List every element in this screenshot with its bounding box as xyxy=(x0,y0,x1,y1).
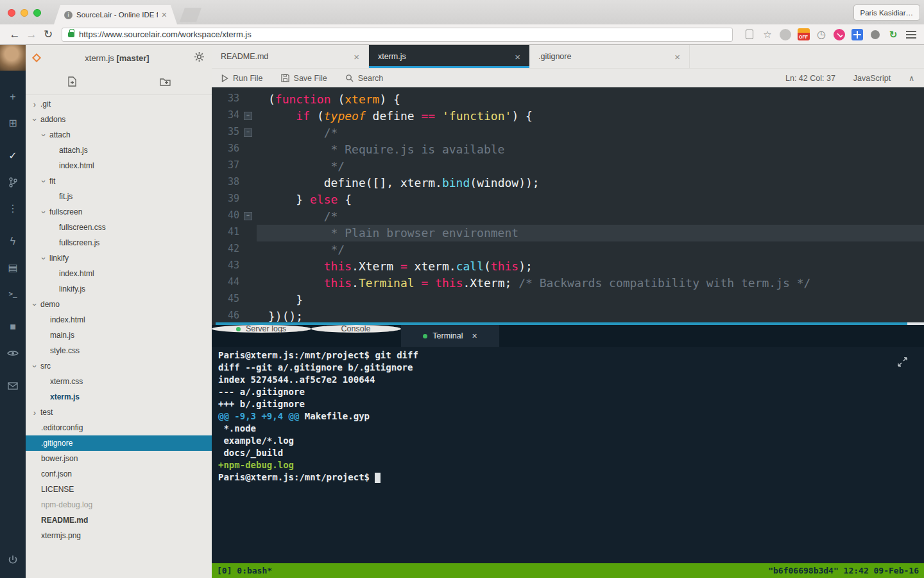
code-line-35[interactable]: if (typeof define == 'function') { xyxy=(257,108,924,125)
tree-file-linkify.js[interactable]: linkify.js xyxy=(26,281,212,297)
tree-file-xterm.js[interactable]: xterm.js xyxy=(26,389,212,405)
new-folder-icon[interactable] xyxy=(160,77,171,89)
forward-button[interactable]: → xyxy=(23,28,40,41)
chevron-down-icon[interactable]: › xyxy=(30,362,40,370)
extension-icon-4[interactable] xyxy=(869,28,882,41)
code-line-46[interactable]: } xyxy=(257,292,924,308)
code-line-41[interactable]: /* xyxy=(257,208,924,225)
profile-button[interactable]: Paris Kasidiar… xyxy=(853,4,920,21)
tree-file-index.html[interactable]: index.html xyxy=(26,312,212,328)
user-avatar[interactable] xyxy=(0,45,26,71)
tree-file-fit.js[interactable]: fit.js xyxy=(26,189,212,204)
code-line-36[interactable]: /* xyxy=(257,125,924,141)
tree-folder-demo[interactable]: ›demo xyxy=(26,297,212,312)
close-icon[interactable]: × xyxy=(354,51,359,62)
chevron-right-icon[interactable]: › xyxy=(31,100,38,109)
window-controls[interactable] xyxy=(8,9,41,17)
code-line-44[interactable]: this.Xterm = xterm.call(this); xyxy=(257,258,924,275)
close-icon[interactable]: × xyxy=(515,51,520,62)
extension-icon-2[interactable] xyxy=(833,28,846,41)
tree-folder-.git[interactable]: ›.git xyxy=(26,96,212,112)
sync-extension-icon[interactable]: ↻ xyxy=(887,28,900,41)
tree-file-npm-debug.log[interactable]: npm-debug.log xyxy=(26,497,212,512)
chevron-down-icon[interactable]: › xyxy=(39,208,49,216)
tree-file-bower.json[interactable]: bower.json xyxy=(26,451,212,466)
fold-marker-icon[interactable] xyxy=(243,212,254,219)
code-editor[interactable]: 333435363738394041424344454647 (function… xyxy=(212,87,924,325)
expand-terminal-icon[interactable] xyxy=(898,357,907,369)
chevron-down-icon[interactable]: › xyxy=(30,301,40,308)
code-line-43[interactable]: */ xyxy=(257,241,924,258)
editor-tab-gitignore[interactable]: .gitignore × xyxy=(529,45,690,68)
power-icon[interactable] xyxy=(0,547,26,573)
code-line-40[interactable]: } else { xyxy=(257,191,924,208)
minimize-window-button[interactable] xyxy=(21,9,28,17)
tree-file-attach.js[interactable]: attach.js xyxy=(26,143,212,158)
tree-file-main.js[interactable]: main.js xyxy=(26,328,212,343)
terminal-prompt-icon[interactable]: >_ xyxy=(0,281,26,307)
tree-folder-test[interactable]: ›test xyxy=(26,405,212,420)
tree-file-style.css[interactable]: style.css xyxy=(26,343,212,358)
new-file-icon[interactable] xyxy=(67,76,77,89)
close-icon[interactable]: × xyxy=(674,51,680,62)
language-selector[interactable]: JavaScript xyxy=(853,74,891,83)
tasks-check-icon[interactable]: ✓ xyxy=(0,143,26,169)
run-lightning-icon[interactable]: ϟ xyxy=(0,228,26,254)
packages-icon[interactable]: ⋮ xyxy=(0,195,26,222)
settings-gear-icon[interactable] xyxy=(194,52,204,64)
run-file-button[interactable]: Run File xyxy=(221,74,263,83)
fold-marker-icon[interactable] xyxy=(243,128,254,136)
feedback-mail-icon[interactable] xyxy=(0,372,26,399)
tree-file-xtermjs.png[interactable]: xtermjs.png xyxy=(26,528,212,543)
tree-file-README.md[interactable]: README.md xyxy=(26,512,212,528)
tree-folder-fullscreen[interactable]: ›fullscreen xyxy=(26,204,212,220)
chevron-down-icon[interactable]: › xyxy=(39,131,49,139)
tree-file-xterm.css[interactable]: xterm.css xyxy=(26,374,212,389)
git-branch-icon[interactable] xyxy=(0,169,26,195)
code-line-45[interactable]: this.Terminal = this.Xterm; /* Backwards… xyxy=(257,275,924,292)
close-window-button[interactable] xyxy=(8,9,15,17)
stop-icon[interactable]: ■ xyxy=(0,313,26,340)
search-button[interactable]: Search xyxy=(345,74,384,83)
back-button[interactable]: ← xyxy=(6,28,23,41)
tree-file-.editorconfig[interactable]: .editorconfig xyxy=(26,420,212,435)
tree-file-index.html[interactable]: index.html xyxy=(26,266,212,281)
tree-file-conf.json[interactable]: conf.json xyxy=(26,466,212,482)
horizontal-scrollbar[interactable] xyxy=(216,322,907,325)
https-lock-icon[interactable] xyxy=(68,32,74,37)
tree-file-index.html[interactable]: index.html xyxy=(26,158,212,173)
clock-extension-icon[interactable]: ◷ xyxy=(815,28,828,41)
chevron-right-icon[interactable]: › xyxy=(31,408,38,417)
terminal-tab-terminal[interactable]: Terminal × xyxy=(401,325,499,347)
address-bar[interactable]: https://www.sourcelair.com/workspace/xte… xyxy=(62,28,733,42)
tree-file-fullscreen.css[interactable]: fullscreen.css xyxy=(26,220,212,235)
reload-button[interactable]: ↻ xyxy=(40,28,56,41)
chevron-down-icon[interactable]: › xyxy=(39,254,49,262)
close-icon[interactable]: × xyxy=(162,10,167,20)
code-line-38[interactable]: */ xyxy=(257,158,924,175)
chevron-down-icon[interactable]: › xyxy=(39,177,49,185)
zoom-window-button[interactable] xyxy=(33,9,41,17)
editor-tab-xterm[interactable]: xterm.js × xyxy=(369,45,529,68)
logs-icon[interactable]: ▤ xyxy=(0,254,26,281)
tree-folder-linkify[interactable]: ›linkify xyxy=(26,250,212,266)
extension-icon-3[interactable] xyxy=(851,28,864,41)
close-icon[interactable]: × xyxy=(472,331,477,341)
new-project-icon[interactable]: + xyxy=(0,83,26,110)
preview-eye-icon[interactable] xyxy=(0,340,26,366)
tree-folder-src[interactable]: ›src xyxy=(26,358,212,374)
terminal-body[interactable]: Paris@xterm.js:/mnt/project$ git diffdif… xyxy=(212,347,924,563)
bookmark-star-icon[interactable]: ☆ xyxy=(761,28,774,41)
terminal-tab-server-logs[interactable]: Server logs xyxy=(212,325,311,333)
menu-icon[interactable] xyxy=(905,28,918,41)
code-line-39[interactable]: define([], xterm.bind(window)); xyxy=(257,175,924,191)
browser-tab[interactable]: i SourceLair - Online IDE for × xyxy=(54,5,177,24)
chevron-down-icon[interactable]: › xyxy=(30,116,40,123)
tree-folder-addons[interactable]: ›addons xyxy=(26,112,212,127)
tree-file-LICENSE[interactable]: LICENSE xyxy=(26,482,212,497)
extension-icon-1[interactable] xyxy=(779,28,792,41)
code-area[interactable]: (function (xterm) { if (typeof define ==… xyxy=(257,87,924,325)
tree-folder-fit[interactable]: ›fit xyxy=(26,173,212,189)
fold-marker-icon[interactable] xyxy=(243,112,254,119)
tree-folder-attach[interactable]: ›attach xyxy=(26,127,212,143)
